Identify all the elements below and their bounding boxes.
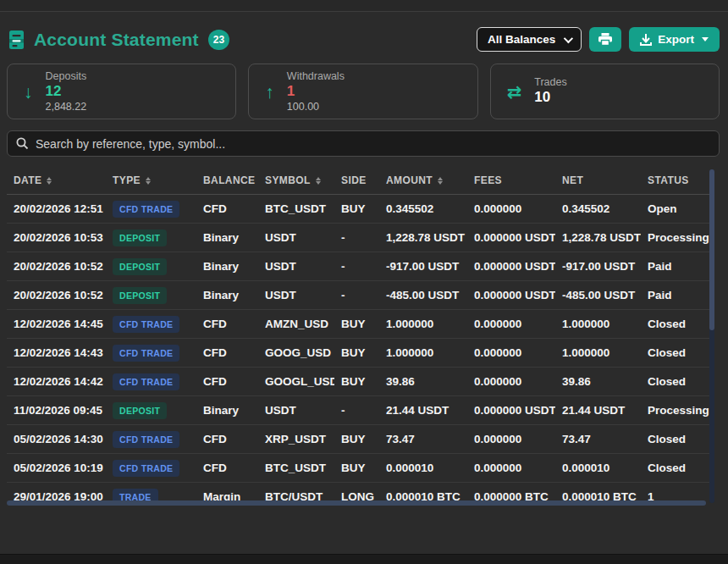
- type-badge: DEPOSIT: [113, 287, 167, 304]
- column-header-net: NET: [555, 174, 641, 186]
- table-row[interactable]: 12/02/2026 14:45CFD TRADECFDAMZN_USDBUY1…: [7, 310, 714, 339]
- export-button[interactable]: Export: [629, 27, 720, 52]
- cell-symbol: GOOG_USD: [258, 346, 334, 359]
- cell-fees: 0.000000 USDT: [467, 231, 555, 244]
- cell-amount: 0.345502: [379, 202, 467, 215]
- cell-date: 12/02/2026 14:42: [7, 375, 106, 388]
- cell-amount: 1.000000: [379, 346, 467, 359]
- column-header-date[interactable]: DATE: [7, 174, 106, 186]
- table-row[interactable]: 12/02/2026 14:42CFD TRADECFDGOOGL_USDBUY…: [7, 368, 714, 396]
- column-label: FEES: [474, 174, 502, 186]
- table-header-row: DATETYPEBALANCESYMBOLSIDEAMOUNTFEESNETST…: [7, 167, 714, 195]
- cell-side: -: [334, 231, 379, 244]
- search-icon: [16, 137, 29, 150]
- balance-filter-select[interactable]: All Balances: [477, 27, 582, 52]
- cell-side: -: [334, 404, 379, 417]
- statement-document-icon: [8, 30, 25, 49]
- cell-date: 12/02/2026 14:45: [7, 318, 106, 330]
- cell-net: -485.00 USDT: [555, 289, 641, 301]
- vertical-scrollbar-track: [709, 169, 714, 503]
- table-row[interactable]: 12/02/2026 14:43CFD TRADECFDGOOG_USDBUY1…: [7, 339, 714, 368]
- cell-balance: CFD: [196, 433, 258, 445]
- exchange-icon: ⇄: [507, 83, 522, 101]
- type-badge: CFD TRADE: [113, 431, 179, 448]
- cell-amount: -485.00 USDT: [379, 289, 467, 301]
- column-label: DATE: [14, 174, 41, 186]
- cell-status: Processing: [641, 231, 711, 244]
- search-bar: [7, 130, 720, 157]
- table-row[interactable]: 20/02/2026 12:51CFD TRADECFDBTC_USDTBUY0…: [7, 195, 714, 224]
- cell-balance: Binary: [196, 289, 258, 301]
- cell-balance: CFD: [196, 202, 258, 215]
- cell-side: BUY: [334, 462, 379, 474]
- deposits-card: ↓ Deposits 12 2,848.22: [7, 64, 236, 119]
- cell-net: 73.47: [555, 433, 641, 445]
- search-input[interactable]: [36, 137, 710, 151]
- column-header-balance: BALANCE: [196, 174, 258, 186]
- column-header-side: SIDE: [334, 174, 379, 186]
- column-label: SYMBOL: [265, 174, 311, 186]
- cell-net: -917.00 USDT: [555, 260, 641, 273]
- cell-status: Paid: [641, 289, 711, 301]
- cell-balance: Binary: [196, 404, 258, 417]
- chevron-down-icon: [564, 33, 573, 42]
- cell-date: 11/02/2026 09:45: [7, 404, 106, 417]
- type-badge: DEPOSIT: [113, 229, 167, 246]
- table-row[interactable]: 05/02/2026 10:19CFD TRADECFDBTC_USDTBUY0…: [7, 454, 714, 483]
- cell-date: 12/02/2026 14:43: [7, 346, 106, 359]
- cell-net: 1.000000: [555, 346, 641, 359]
- withdrawals-card: ↑ Withdrawals 1 100.00: [248, 64, 477, 119]
- column-header-amount[interactable]: AMOUNT: [379, 174, 467, 186]
- column-label: BALANCE: [203, 174, 255, 186]
- download-icon: [640, 34, 652, 46]
- cell-status: Paid: [641, 260, 711, 273]
- column-label: TYPE: [113, 174, 141, 186]
- vertical-scrollbar-thumb[interactable]: [709, 169, 714, 330]
- sort-icon: [438, 177, 443, 185]
- cell-balance: CFD: [196, 375, 258, 388]
- column-header-type[interactable]: TYPE: [106, 174, 196, 186]
- cell-type: CFD TRADE: [106, 373, 196, 390]
- cell-status: Open: [641, 202, 711, 215]
- print-button[interactable]: [589, 27, 621, 52]
- table-row[interactable]: 20/02/2026 10:52DEPOSITBinaryUSDT--485.0…: [7, 281, 714, 310]
- trades-count: 10: [534, 89, 566, 106]
- cell-net: 1.000000: [555, 318, 641, 330]
- cell-type: DEPOSIT: [106, 258, 196, 275]
- cell-fees: 0.000000: [467, 346, 555, 359]
- printer-icon: [598, 33, 612, 46]
- column-header-symbol[interactable]: SYMBOL: [258, 174, 334, 186]
- export-label: Export: [658, 33, 694, 46]
- cell-amount: 39.86: [379, 375, 467, 388]
- balance-filter-value: All Balances: [488, 33, 555, 46]
- cell-fees: 0.000000: [467, 318, 555, 330]
- column-label: SIDE: [341, 174, 367, 186]
- column-header-status: STATUS: [641, 174, 711, 186]
- statement-table: DATETYPEBALANCESYMBOLSIDEAMOUNTFEESNETST…: [7, 167, 714, 506]
- cell-type: CFD TRADE: [106, 460, 196, 477]
- cell-symbol: USDT: [258, 260, 334, 273]
- cell-date: 20/02/2026 10:52: [7, 260, 106, 273]
- cell-fees: 0.000000 USDT: [467, 260, 555, 273]
- cell-side: -: [334, 289, 379, 301]
- deposits-label: Deposits: [46, 70, 87, 82]
- cell-side: -: [334, 260, 379, 273]
- cell-amount: 0.000010: [379, 462, 467, 474]
- cell-type: CFD TRADE: [106, 345, 196, 362]
- cell-side: BUY: [334, 375, 379, 388]
- table-row[interactable]: 05/02/2026 14:30CFD TRADECFDXRP_USDTBUY7…: [7, 425, 714, 454]
- cell-side: BUY: [334, 318, 379, 330]
- table-row[interactable]: 20/02/2026 10:53DEPOSITBinaryUSDT-1,228.…: [7, 224, 714, 252]
- cell-status: Closed: [641, 375, 711, 388]
- horizontal-scrollbar-thumb[interactable]: [7, 500, 706, 506]
- cell-fees: 0.000000: [467, 433, 555, 445]
- deposits-total: 2,848.22: [46, 101, 87, 113]
- cell-net: 39.86: [555, 375, 641, 388]
- column-label: NET: [562, 174, 583, 186]
- table-row[interactable]: 20/02/2026 10:52DEPOSITBinaryUSDT--917.0…: [7, 252, 714, 281]
- cell-symbol: BTC_USDT: [258, 462, 334, 474]
- table-row[interactable]: 11/02/2026 09:45DEPOSITBinaryUSDT-21.44 …: [7, 396, 714, 425]
- sort-icon: [316, 177, 321, 185]
- cell-net: 21.44 USDT: [555, 404, 641, 417]
- withdrawals-label: Withdrawals: [287, 70, 345, 82]
